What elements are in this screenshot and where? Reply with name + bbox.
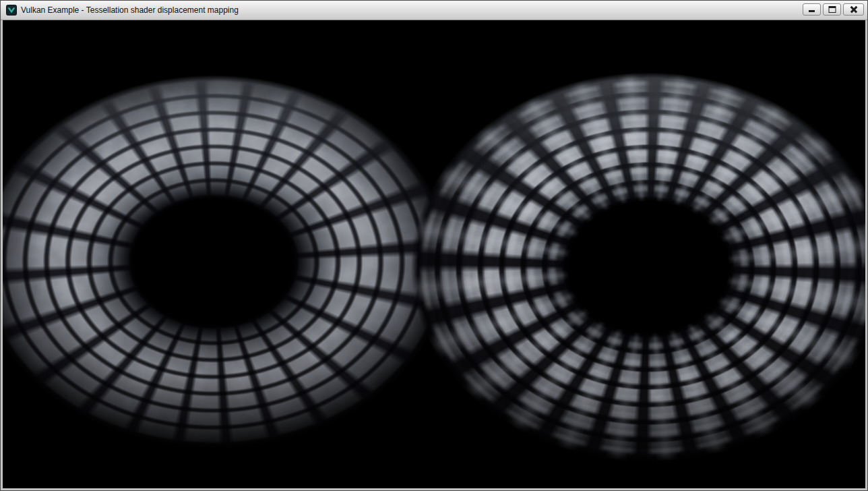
stone-texture-noise [410,71,865,463]
minimize-button[interactable] [803,3,821,16]
titlebar[interactable]: Vulkan Example - Tessellation shader dis… [1,1,867,20]
stone-torus-flat [3,74,451,449]
stone-texture-noise [3,74,451,449]
window-controls [803,3,864,16]
vulkan-app-icon [6,5,17,16]
stone-torus-displaced [410,71,865,463]
close-button[interactable] [843,3,864,16]
maximize-button[interactable] [823,3,841,16]
render-viewport[interactable] [3,20,865,488]
app-window: Vulkan Example - Tessellation shader dis… [0,0,868,491]
window-title: Vulkan Example - Tessellation shader dis… [21,5,239,15]
